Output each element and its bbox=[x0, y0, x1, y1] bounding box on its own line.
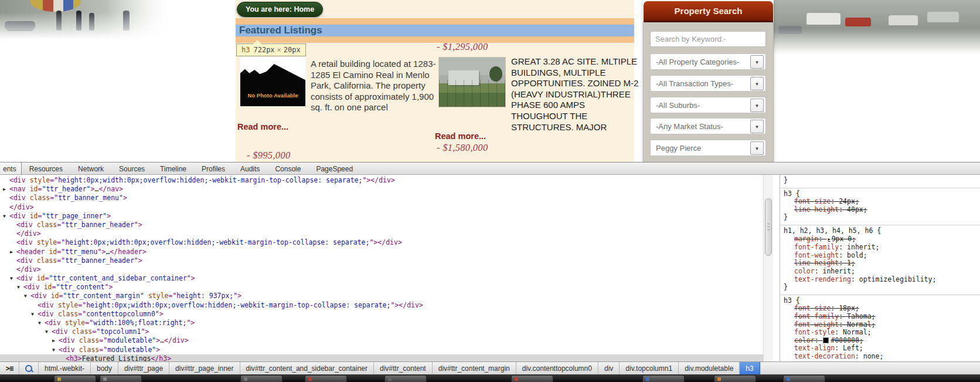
breadcrumb-item[interactable]: html.-webkit- bbox=[39, 362, 91, 375]
taskbar-button[interactable] bbox=[714, 375, 756, 382]
breadcrumb-item[interactable]: div.moduletable bbox=[679, 362, 740, 375]
style-property[interactable]: font-size: 24px; bbox=[784, 198, 980, 206]
elements-scrollbar[interactable] bbox=[763, 175, 773, 361]
tab-network[interactable]: Network bbox=[70, 163, 111, 174]
style-selector[interactable]: h3 { bbox=[784, 190, 980, 198]
expand-arrow-icon[interactable]: ▼ bbox=[45, 327, 52, 336]
breadcrumb-item[interactable]: div#ttr_content_margin bbox=[433, 362, 516, 375]
no-photo-image[interactable]: No Photo Available bbox=[240, 57, 305, 106]
style-property[interactable]: text-rendering: optimizelegibility; bbox=[784, 276, 980, 284]
taskbar-button[interactable] bbox=[511, 375, 553, 382]
tab-sources[interactable]: Sources bbox=[111, 163, 152, 174]
breadcrumb-item[interactable]: div#ttr_content_and_sidebar_container bbox=[240, 362, 374, 375]
taskbar-button[interactable] bbox=[783, 375, 825, 382]
breadcrumb-item[interactable]: div#ttr_content bbox=[374, 362, 433, 375]
breadcrumb-item[interactable]: body bbox=[91, 362, 118, 375]
taskbar-button[interactable] bbox=[384, 375, 427, 382]
dom-tree-row[interactable]: </div> bbox=[0, 229, 763, 238]
dropdown-button[interactable]: ▼ bbox=[750, 77, 764, 90]
dom-tree-row[interactable]: <div style="height:0px;width:0px;overflo… bbox=[0, 301, 763, 310]
dom-tree-row[interactable]: ▼<div id="ttr_page_inner"> bbox=[0, 212, 763, 221]
dropdown-select[interactable]: Peggy Pierce▼ bbox=[650, 140, 766, 156]
property-photo[interactable] bbox=[438, 57, 506, 107]
dom-tree-row[interactable]: </div> bbox=[0, 265, 763, 274]
style-selector[interactable]: h1, h2, h3, h4, h5, h6 { bbox=[784, 227, 980, 235]
taskbar-button[interactable] bbox=[100, 375, 142, 382]
dom-tree-row[interactable]: ▼<div id="ttr_content_margin" style="hei… bbox=[0, 292, 763, 300]
tab-pagespeed[interactable]: PageSpeed bbox=[308, 163, 360, 174]
dom-tree-row[interactable]: </div> bbox=[0, 203, 763, 212]
taskbar-button[interactable] bbox=[54, 375, 96, 382]
taskbar-button[interactable] bbox=[240, 375, 283, 382]
style-property[interactable]: font-size: 18px; bbox=[784, 305, 980, 313]
tab-console[interactable]: Console bbox=[267, 163, 308, 174]
tab-timeline[interactable]: Timeline bbox=[152, 163, 194, 174]
dropdown-button[interactable]: ▼ bbox=[750, 99, 764, 112]
breadcrumb-item[interactable]: div.contenttopcolumn0 bbox=[516, 362, 598, 375]
dom-tree-row[interactable]: ▶<nav id="ttr_header">…</nav> bbox=[0, 185, 763, 194]
style-property[interactable]: line-height: 40px; bbox=[784, 206, 980, 214]
style-property[interactable]: font-family: inherit; bbox=[784, 244, 980, 252]
style-property[interactable]: margin: ▶9px 0; bbox=[784, 235, 980, 244]
style-property[interactable]: line-height: 1; bbox=[784, 259, 980, 268]
breadcrumb-item[interactable]: div.topcolumn1 bbox=[620, 362, 679, 375]
dom-tree-row[interactable]: <div class="ttr_banner_menu"> bbox=[0, 194, 763, 202]
dom-tree-row[interactable]: ▼<div class="topcolumn1"> bbox=[0, 327, 763, 336]
style-property[interactable]: font-weight: Normal; bbox=[784, 321, 980, 329]
collapse-arrow-icon[interactable]: ▶ bbox=[52, 336, 59, 345]
dom-tree-row[interactable]: ▼<div id="ttr_content_and_sidebar_contai… bbox=[0, 274, 763, 283]
dom-tree-row[interactable]: <div style="height:0px;width:0px;overflo… bbox=[0, 176, 763, 185]
dropdown-select[interactable]: -Any Market Status-▼ bbox=[650, 118, 766, 134]
shorthand-arrow-icon[interactable]: ▶ bbox=[828, 237, 830, 242]
taskbar-button[interactable] bbox=[642, 375, 685, 382]
dropdown-select[interactable]: -All Property Categories-▼ bbox=[650, 53, 766, 70]
expand-arrow-icon[interactable]: ▼ bbox=[3, 212, 9, 221]
expand-arrow-icon[interactable]: ▼ bbox=[52, 346, 59, 354]
dom-tree-row[interactable]: ▶<div class="moduletable">…</div> bbox=[0, 336, 763, 345]
dom-tree-row[interactable]: ▼<div class="contenttopcolumn0"> bbox=[0, 310, 763, 319]
collapse-arrow-icon[interactable]: ▶ bbox=[3, 185, 9, 194]
breadcrumb-item[interactable]: h3 bbox=[740, 362, 760, 375]
scrollbar-thumb[interactable] bbox=[765, 198, 772, 256]
style-property[interactable]: color: inherit; bbox=[784, 268, 980, 276]
read-more-link[interactable]: Read more... bbox=[237, 122, 288, 131]
dom-tree-row[interactable]: ▼<div id="ttr_content"> bbox=[0, 283, 763, 292]
tab-ents[interactable]: ents bbox=[0, 163, 22, 174]
tab-profiles[interactable]: Profiles bbox=[194, 163, 233, 174]
dom-tree-row[interactable]: ▼<div class="moduletable"> bbox=[0, 346, 763, 354]
read-more-link[interactable]: Read more... bbox=[435, 131, 486, 141]
style-property[interactable]: color: #000000; bbox=[784, 337, 980, 345]
style-property[interactable]: font-weight: bold; bbox=[784, 252, 980, 260]
dom-tree-row[interactable]: <div class="ttr_banner_header"> bbox=[0, 221, 763, 229]
expand-arrow-icon[interactable]: ▼ bbox=[38, 319, 45, 327]
dom-tree-row[interactable]: <div style="height:0px;width:0px;overflo… bbox=[0, 238, 763, 247]
expand-arrow-icon[interactable]: ▼ bbox=[10, 274, 16, 283]
expand-arrow-icon[interactable]: ▼ bbox=[17, 283, 23, 292]
dropdown-button[interactable]: ▼ bbox=[750, 55, 764, 69]
style-property[interactable]: font-family: Tahoma; bbox=[784, 313, 980, 321]
style-property[interactable]: text-decoration: none; bbox=[784, 353, 980, 361]
tab-audits[interactable]: Audits bbox=[233, 163, 267, 174]
style-property[interactable]: text-align: Left; bbox=[784, 344, 980, 353]
inspect-element-button[interactable] bbox=[19, 362, 39, 375]
dom-tree-row[interactable]: <h3>Featured Listings</h3> bbox=[0, 354, 763, 361]
dropdown-button[interactable]: ▼ bbox=[750, 120, 764, 133]
style-selector[interactable]: h3 { bbox=[784, 297, 980, 305]
breadcrumb-item[interactable]: div#ttr_page_inner bbox=[169, 362, 240, 375]
tab-resources[interactable]: Resources bbox=[22, 163, 70, 174]
windows-taskbar[interactable] bbox=[0, 374, 980, 382]
expand-arrow-icon[interactable]: ▼ bbox=[24, 292, 30, 300]
dropdown-select[interactable]: -All Suburbs-▼ bbox=[650, 97, 766, 113]
dom-tree-row[interactable]: ▼<div style="width:100%;float:right;"> bbox=[0, 319, 763, 327]
taskbar-button[interactable] bbox=[305, 375, 347, 382]
dom-tree-row[interactable]: <div class="ttr_banner_header"> bbox=[0, 256, 763, 265]
style-property[interactable]: font-style: Normal; bbox=[784, 329, 980, 337]
console-drawer-button[interactable]: >≡ bbox=[0, 362, 19, 375]
dom-tree-row[interactable]: ▶<header id="ttr_menu">…</header> bbox=[0, 248, 763, 256]
dropdown-button[interactable]: ▼ bbox=[750, 141, 764, 155]
breadcrumb-item[interactable]: div bbox=[598, 362, 620, 375]
expand-arrow-icon[interactable]: ▼ bbox=[31, 310, 38, 319]
collapse-arrow-icon[interactable]: ▶ bbox=[10, 248, 16, 256]
dropdown-select[interactable]: -All Transaction Types-▼ bbox=[650, 75, 766, 92]
keyword-search-input[interactable] bbox=[650, 31, 766, 47]
